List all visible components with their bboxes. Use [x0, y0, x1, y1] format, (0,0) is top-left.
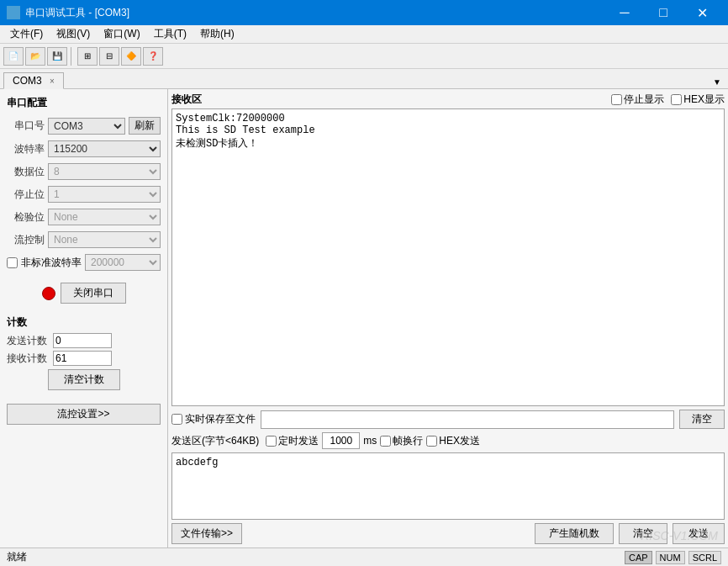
timer-unit: ms — [363, 435, 377, 447]
receive-header: 接收区 停止显示 HEX显示 — [171, 93, 725, 107]
maximize-button[interactable]: □ — [644, 0, 683, 25]
tab-bar: COM3 × ▼ — [0, 69, 728, 89]
send-area-title: 发送区(字节<64KB) — [171, 434, 259, 448]
main-content: 串口配置 串口号 COM3 刷新 波特率 115200 数据位 8 停止位 1 — [0, 89, 728, 547]
stop-display-label: 停止显示 — [624, 93, 664, 107]
toolbar-open[interactable]: 📂 — [25, 47, 45, 66]
send-count-label: 发送计数 — [7, 334, 53, 348]
menu-view[interactable]: 视图(V) — [50, 25, 97, 43]
toolbar-save[interactable]: 💾 — [47, 47, 67, 66]
toolbar-btn2[interactable]: ⊞ — [77, 47, 98, 66]
hex-send-option[interactable]: HEX发送 — [426, 434, 480, 448]
nonstd-checkbox[interactable] — [7, 257, 18, 268]
tab-com3-label: COM3 — [13, 75, 42, 87]
parity-select[interactable]: None — [48, 209, 161, 225]
file-transfer-button[interactable]: 文件传输>> — [171, 523, 242, 544]
receive-textarea[interactable]: SystemClk:72000000 This is SD Test examp… — [171, 108, 725, 406]
save-file-label: 实时保存至文件 — [185, 412, 256, 426]
save-row: 实时保存至文件 清空 — [171, 410, 725, 429]
port-row: 串口号 COM3 刷新 — [7, 117, 161, 135]
port-status-indicator — [42, 287, 55, 300]
receive-area: 接收区 停止显示 HEX显示 SystemClk:72000000 This i… — [171, 93, 725, 406]
toolbar-btn5[interactable]: ❓ — [143, 47, 163, 66]
clear-count-button[interactable]: 清空计数 — [48, 369, 120, 390]
stopbits-select[interactable]: 1 — [48, 186, 161, 203]
nonstd-select[interactable]: 200000 — [85, 254, 161, 271]
hex-display-option[interactable]: HEX显示 — [671, 93, 725, 107]
send-count-row: 发送计数 — [7, 333, 161, 348]
menu-window[interactable]: 窗口(W) — [97, 25, 146, 43]
databits-label: 数据位 — [7, 165, 45, 179]
scrl-key: SCRL — [688, 551, 721, 564]
send-button[interactable]: 发送 — [673, 523, 725, 544]
menu-file[interactable]: 文件(F) — [3, 25, 50, 43]
receive-clear-button[interactable]: 清空 — [679, 410, 725, 429]
status-text: 就绪 — [7, 550, 27, 564]
linebreak-option[interactable]: 帧换行 — [380, 434, 423, 448]
timed-send-checkbox[interactable] — [266, 436, 277, 447]
databits-row: 数据位 8 — [7, 163, 161, 180]
toolbar-btn3[interactable]: ⊟ — [99, 47, 119, 66]
flow-control-button[interactable]: 流控设置>> — [7, 404, 161, 425]
right-panel: 接收区 停止显示 HEX显示 SystemClk:72000000 This i… — [168, 89, 728, 547]
send-buttons-row: 文件传输>> 产生随机数 清空 发送 — [171, 523, 725, 544]
refresh-button[interactable]: 刷新 — [129, 117, 161, 135]
linebreak-label: 帧换行 — [393, 434, 423, 448]
receive-options: 停止显示 HEX显示 — [611, 93, 725, 107]
open-port-area: 关闭串口 — [7, 283, 161, 304]
nonstd-label: 非标准波特率 — [21, 256, 82, 270]
send-count-input[interactable] — [53, 333, 112, 348]
databits-select[interactable]: 8 — [48, 163, 161, 180]
minimize-button[interactable]: ─ — [605, 0, 644, 25]
toolbar: 📄 📂 💾 ⊞ ⊟ 🔶 ❓ — [0, 44, 728, 69]
toolbar-new[interactable]: 📄 — [3, 47, 24, 66]
tab-com3[interactable]: COM3 × — [3, 72, 64, 89]
stop-display-checkbox[interactable] — [611, 94, 622, 105]
clear-send-button[interactable]: 清空 — [619, 523, 667, 544]
hex-display-checkbox[interactable] — [671, 94, 682, 105]
tab-dropdown[interactable]: ▼ — [710, 76, 725, 88]
stopbits-row: 停止位 1 — [7, 186, 161, 203]
num-key: NUM — [656, 551, 685, 564]
save-path-input[interactable] — [261, 410, 674, 429]
save-label-area[interactable]: 实时保存至文件 — [171, 412, 256, 426]
receive-title: 接收区 — [171, 93, 202, 107]
menu-help[interactable]: 帮助(H) — [193, 25, 241, 43]
timed-send-option[interactable]: 定时发送 — [266, 434, 319, 448]
flow-select[interactable]: None — [48, 231, 161, 248]
toolbar-separator-1 — [71, 47, 74, 66]
save-checkbox[interactable] — [171, 414, 182, 425]
serial-config-title: 串口配置 — [7, 96, 161, 110]
cap-key: CAP — [625, 551, 652, 564]
port-label: 串口号 — [7, 119, 45, 133]
count-title: 计数 — [7, 315, 161, 330]
baud-row: 波特率 115200 — [7, 140, 161, 157]
timed-send-label: 定时发送 — [278, 434, 319, 448]
tab-com3-close[interactable]: × — [50, 77, 55, 86]
linebreak-checkbox[interactable] — [380, 436, 391, 447]
parity-label: 检验位 — [7, 210, 45, 225]
recv-count-input[interactable] — [53, 351, 112, 366]
stop-display-option[interactable]: 停止显示 — [611, 93, 664, 107]
send-textarea[interactable]: abcdefg — [171, 452, 725, 520]
open-port-button[interactable]: 关闭串口 — [61, 283, 126, 304]
count-section: 计数 发送计数 接收计数 清空计数 — [7, 315, 161, 394]
baud-label: 波特率 — [7, 142, 45, 156]
timer-value-input[interactable] — [322, 432, 360, 449]
menu-bar: 文件(F) 视图(V) 窗口(W) 工具(T) 帮助(H) — [0, 25, 728, 44]
toolbar-btn4[interactable]: 🔶 — [121, 47, 141, 66]
hex-display-label: HEX显示 — [683, 93, 725, 107]
menu-tools[interactable]: 工具(T) — [147, 25, 193, 43]
app-icon — [7, 6, 20, 19]
nonstd-row: 非标准波特率 200000 — [7, 254, 161, 271]
random-button[interactable]: 产生随机数 — [535, 523, 614, 544]
status-keys: CAP NUM SCRL — [625, 551, 721, 564]
close-button[interactable]: ✕ — [683, 0, 721, 25]
title-bar: 串口调试工具 - [COM3] ─ □ ✕ — [0, 0, 728, 25]
send-label-row: 发送区(字节<64KB) 定时发送 ms 帧换行 HEX发送 — [171, 432, 725, 449]
window-title: 串口调试工具 - [COM3] — [25, 6, 129, 20]
hex-send-checkbox[interactable] — [426, 436, 437, 447]
baud-select[interactable]: 115200 — [48, 140, 161, 157]
port-select[interactable]: COM3 — [48, 118, 125, 135]
left-panel: 串口配置 串口号 COM3 刷新 波特率 115200 数据位 8 停止位 1 — [0, 89, 168, 547]
